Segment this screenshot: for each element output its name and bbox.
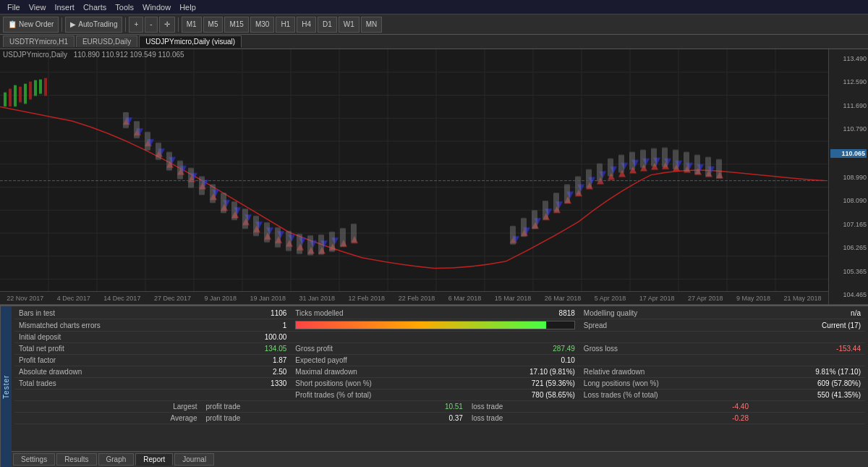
current-price: 110.065 [830, 149, 867, 158]
quality-bar-fill [296, 321, 546, 329]
toolbar: 📋 New Order ▶ AutoTrading + - ✛ M1 M5 M1… [0, 14, 868, 35]
date-10: 6 Mar 2018 [448, 295, 482, 302]
date-bar: 22 Nov 2017 4 Dec 2017 14 Dec 2017 27 De… [0, 291, 828, 304]
profit-trades-value: 780 (58.65%) [467, 390, 579, 401]
ticks-label: Ticks modelled [291, 308, 467, 319]
price-labels: 113.490 112.590 111.690 110.790 110.065 … [828, 49, 868, 304]
svg-rect-136 [329, 232, 335, 252]
chart-tab-usdjpy[interactable]: USDJPYmicro,Daily (visual) [139, 35, 242, 48]
svg-rect-27 [4, 92, 7, 106]
tester-tab-report[interactable]: Report [135, 453, 173, 466]
price-9: 106.265 [830, 244, 867, 251]
svg-rect-131 [275, 227, 281, 248]
new-order-button[interactable]: 📋 New Order [3, 17, 59, 33]
date-4: 27 Dec 2017 [154, 295, 191, 302]
abs-dd-label: Absolute drawdown [14, 366, 201, 378]
chart-tab-usdtry[interactable]: USDTRYmicro,H1 [3, 35, 75, 47]
deposit-label: Initial deposit [14, 332, 201, 343]
tester-tab-results[interactable]: Results [56, 453, 96, 466]
mn-button[interactable]: MN [361, 17, 383, 33]
auto-trading-button[interactable]: ▶ AutoTrading [65, 17, 122, 33]
m30-button[interactable]: M30 [250, 17, 274, 33]
svg-rect-142 [542, 201, 548, 219]
svg-rect-126 [221, 193, 226, 213]
svg-rect-130 [264, 222, 270, 243]
h4-button[interactable]: H4 [297, 17, 316, 33]
svg-rect-158 [716, 159, 722, 179]
svg-rect-148 [608, 159, 613, 177]
table-row: Total trades 1330 Short positions (won %… [14, 378, 865, 390]
svg-rect-135 [318, 235, 324, 255]
zoom-in-button[interactable]: + [129, 17, 143, 33]
long-pos-value: 609 (57.80%) [753, 378, 865, 390]
date-15: 27 Apr 2018 [688, 295, 723, 302]
svg-rect-157 [705, 157, 711, 177]
svg-rect-129 [253, 216, 259, 236]
mq-label: Modelling quality [579, 308, 753, 319]
svg-rect-139 [510, 226, 516, 245]
svg-rect-120 [156, 143, 161, 160]
tester-tab-bar: Settings Results Graph Report Journal [12, 451, 868, 467]
menu-tools[interactable]: Tools [111, 3, 138, 12]
h1-button[interactable]: H1 [276, 17, 295, 33]
svg-rect-122 [177, 161, 183, 180]
menu-insert[interactable]: Insert [50, 3, 79, 12]
chart-tab-eurusd[interactable]: EURUSD,Daily [76, 35, 137, 47]
table-row: Profit trades (% of total) 780 (58.65%) … [14, 390, 865, 401]
quality-bar [295, 321, 575, 329]
max-dd-value: 17.10 (9.81%) [467, 366, 579, 378]
m5-button[interactable]: M5 [203, 17, 224, 33]
tester-tab-graph[interactable]: Graph [98, 453, 135, 466]
profit-trades-label: Profit trades (% of total) [291, 390, 467, 401]
date-12: 26 Mar 2018 [545, 295, 582, 302]
menu-window[interactable]: Window [138, 3, 175, 12]
tester-tab-settings[interactable]: Settings [13, 453, 55, 466]
main-layout: USDTRYmicro,H1 EURUSD,Daily USDJPYmicro,… [0, 35, 868, 467]
table-row: Initial deposit 100.00 [14, 332, 865, 343]
svg-rect-30 [19, 86, 22, 102]
chart-area[interactable]: USDJPYmicro,Daily 110.890 110.912 109.54… [0, 49, 868, 305]
tester-tab-journal[interactable]: Journal [174, 453, 214, 466]
m1-button[interactable]: M1 [182, 17, 202, 33]
crosshair-button[interactable]: ✛ [159, 17, 175, 33]
menu-file[interactable]: File [3, 3, 25, 12]
stats-area[interactable]: Bars in test 1106 Ticks modelled 8818 Mo… [12, 306, 868, 451]
menu-charts[interactable]: Charts [79, 3, 111, 12]
stats-table: Bars in test 1106 Ticks modelled 8818 Mo… [14, 308, 865, 424]
svg-rect-32 [29, 82, 32, 100]
svg-rect-121 [166, 152, 172, 171]
d1-button[interactable]: D1 [318, 17, 337, 33]
svg-rect-133 [297, 234, 302, 254]
average-loss-value: -0.28 [579, 413, 753, 424]
w1-button[interactable]: W1 [339, 17, 359, 33]
average-loss-lbl: loss trade [467, 413, 579, 424]
ticks-value: 8818 [467, 308, 579, 319]
date-17: 21 May 2018 [783, 295, 821, 302]
zoom-out-button[interactable]: - [145, 17, 157, 33]
svg-rect-28 [9, 88, 12, 106]
average-profit-value: 0.37 [291, 413, 467, 424]
chart-header: USDJPYmicro,Daily 110.890 110.912 109.54… [3, 51, 184, 59]
m15-button[interactable]: M15 [224, 17, 248, 33]
date-13: 5 Apr 2018 [595, 295, 626, 302]
date-14: 17 Apr 2018 [639, 295, 675, 302]
chart-tab-bar: USDTRYmicro,H1 EURUSD,Daily USDJPYmicro,… [0, 35, 868, 49]
date-9: 22 Feb 2018 [399, 295, 435, 302]
deposit-value: 100.00 [201, 332, 291, 343]
menu-view[interactable]: View [25, 3, 51, 12]
auto-trading-icon: ▶ [70, 20, 76, 28]
largest-profit-value: 10.51 [291, 401, 467, 413]
price-2: 112.590 [830, 78, 867, 85]
svg-rect-153 [662, 148, 668, 167]
date-8: 12 Feb 2018 [349, 295, 386, 302]
date-16: 9 May 2018 [736, 295, 770, 302]
price-7: 108.090 [830, 197, 867, 204]
menu-help[interactable]: Help [175, 3, 200, 12]
gross-loss-label: Gross loss [579, 343, 753, 355]
toolbar-separator-1 [61, 17, 62, 32]
svg-rect-117 [123, 112, 129, 128]
svg-rect-144 [564, 184, 570, 203]
chart-ohlc: 110.890 110.912 109.549 110.065 [74, 51, 184, 59]
table-row: Mismatched charts errors 1 Spread Curren… [14, 319, 865, 332]
mismatched-value: 1 [201, 319, 291, 332]
